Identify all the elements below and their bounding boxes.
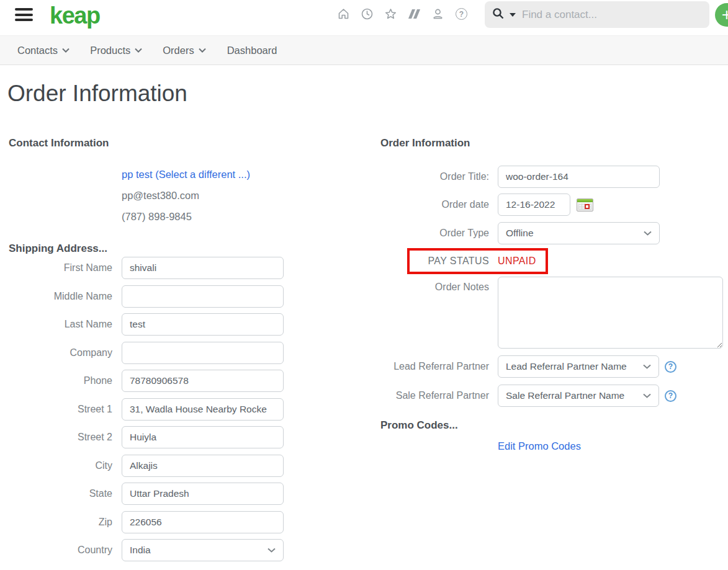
chevron-down-icon (62, 48, 70, 53)
promo-codes-heading: Promo Codes... (380, 419, 458, 432)
contact-email: pp@test380.com (122, 189, 250, 202)
nav-item-products[interactable]: Products (90, 45, 142, 56)
sale-referral-help-icon[interactable]: ? (665, 390, 676, 402)
pay-status-highlight-box: PAY STATUS UNPAID (407, 248, 548, 274)
stripes-icon[interactable] (408, 7, 421, 21)
chevron-down-icon (643, 393, 651, 398)
street1-field[interactable] (122, 398, 284, 421)
last-name-field[interactable] (122, 313, 284, 336)
middle-name-field[interactable] (122, 285, 284, 308)
first-name-field[interactable] (122, 257, 284, 279)
chevron-down-icon (643, 364, 651, 369)
help-icon[interactable]: ? (455, 7, 468, 21)
calendar-icon[interactable] (577, 198, 593, 212)
form-row-street1: Street 1 (0, 398, 284, 421)
page-title: Order Information (7, 81, 187, 107)
form-row-first-name: First Name (0, 257, 284, 279)
form-row-order-date: Order date (380, 194, 593, 216)
contact-summary: pp test (Select a different ...) pp@test… (122, 168, 250, 231)
nav-item-orders[interactable]: Orders (163, 45, 205, 56)
street2-field[interactable] (122, 426, 284, 448)
star-icon[interactable] (384, 7, 397, 21)
country-select[interactable]: India (122, 539, 284, 561)
state-field[interactable] (122, 483, 284, 505)
form-row-country: Country India (0, 539, 284, 561)
order-title-field[interactable] (498, 166, 660, 188)
order-information-heading: Order Information (380, 137, 728, 149)
home-icon[interactable] (337, 7, 350, 21)
form-row-sale-referral: Sale Referral Partner Sale Referral Part… (380, 385, 676, 407)
order-information-page: keap ? (0, 0, 728, 570)
form-row-city: City (0, 455, 284, 477)
form-row-order-notes: Order Notes (380, 277, 723, 351)
contact-information-heading: Contact Information (9, 137, 109, 149)
select-different-contact-link[interactable]: (Select a different ...) (155, 169, 250, 180)
hamburger-menu-icon[interactable] (15, 8, 33, 24)
pay-status-label: PAY STATUS (410, 256, 489, 267)
form-row-lead-referral: Lead Referral Partner Lead Referral Part… (380, 355, 676, 378)
chevron-down-icon (135, 48, 142, 53)
person-icon[interactable] (431, 7, 444, 21)
form-row-phone: Phone (0, 370, 284, 392)
search-scope-caret-icon[interactable] (510, 13, 516, 17)
sale-referral-partner-select[interactable]: Sale Referral Partner Name (498, 385, 659, 407)
shipping-address-form: First Name Middle Name Last Name Company… (0, 257, 284, 568)
order-information-section: Order Information Order Title: Order dat… (380, 137, 728, 149)
contact-search-bar[interactable] (485, 1, 709, 28)
pay-status-value: UNPAID (498, 256, 536, 267)
clock-icon[interactable] (361, 7, 374, 21)
chevron-down-icon (644, 231, 652, 236)
main-nav: Contacts Products Orders Dashboard (0, 35, 728, 65)
contact-name-link[interactable]: pp test (122, 169, 153, 180)
order-date-field[interactable] (498, 194, 570, 216)
form-row-zip: Zip (0, 511, 284, 533)
city-field[interactable] (122, 455, 284, 477)
company-field[interactable] (122, 342, 284, 364)
order-type-select[interactable]: Offline (498, 222, 660, 244)
lead-referral-help-icon[interactable]: ? (665, 361, 676, 373)
lead-referral-partner-select[interactable]: Lead Referral Partner Name (498, 355, 659, 378)
zip-field[interactable] (122, 511, 284, 533)
keap-logo: keap (50, 2, 100, 29)
phone-field[interactable] (122, 370, 284, 392)
chevron-down-icon (267, 548, 276, 553)
search-input[interactable] (522, 9, 702, 21)
edit-promo-codes-link[interactable]: Edit Promo Codes (498, 440, 581, 452)
chevron-down-icon (199, 48, 206, 53)
order-notes-textarea[interactable] (498, 277, 723, 349)
form-row-middle-name: Middle Name (0, 285, 284, 308)
nav-item-dashboard[interactable]: Dashboard (227, 45, 277, 56)
form-row-state: State (0, 483, 284, 505)
form-row-last-name: Last Name (0, 313, 284, 336)
app-header: keap ? (0, 0, 728, 35)
form-row-street2: Street 2 (0, 426, 284, 448)
contact-phone: (787) 898-9845 (122, 210, 250, 223)
form-row-order-title: Order Title: (380, 166, 660, 188)
shipping-address-heading: Shipping Address... (9, 243, 107, 255)
nav-item-contacts[interactable]: Contacts (17, 45, 70, 56)
form-row-order-type: Order Type Offline (380, 222, 660, 244)
search-icon (492, 7, 505, 22)
form-row-company: Company (0, 342, 284, 364)
quick-add-button[interactable]: + (715, 3, 728, 27)
header-icon-bar: ? (337, 7, 468, 21)
